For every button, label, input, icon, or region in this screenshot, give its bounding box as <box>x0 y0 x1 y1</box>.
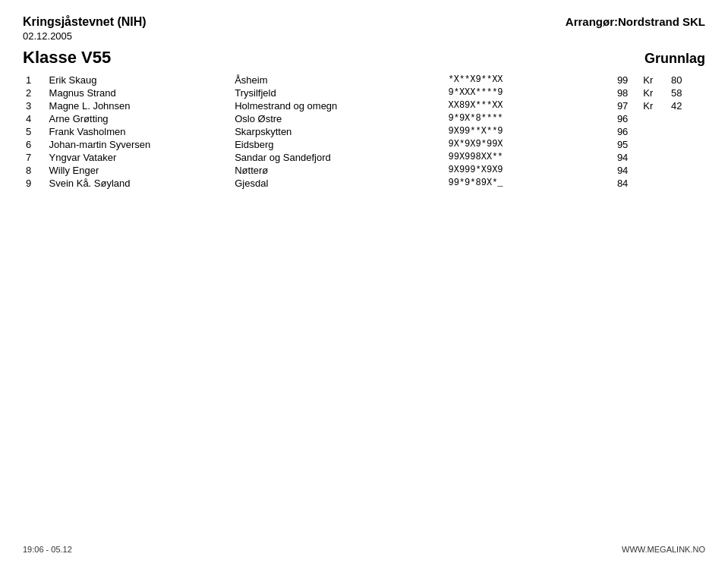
total-cell: 84 <box>594 177 640 190</box>
total-cell: 95 <box>594 138 640 151</box>
club-cell: Åsheim <box>232 74 445 86</box>
club-cell: Eidsberg <box>232 138 445 151</box>
table-row: 9Svein Kå. SøylandGjesdal99*9*89X*_84 <box>23 177 705 190</box>
table-row: 6Johan-martin SyversenEidsberg9X*9X9*99X… <box>23 138 705 151</box>
name-cell: Frank Vasholmen <box>46 125 232 138</box>
org-title: Kringsjåstevnet (NIH) <box>23 15 147 29</box>
rank-cell: 3 <box>23 99 46 112</box>
club-cell: Trysilfjeld <box>232 86 445 99</box>
club-cell: Sandar og Sandefjord <box>232 151 445 164</box>
rank-cell: 1 <box>23 74 46 86</box>
series-cell: 9X999*X9X9 <box>446 164 594 177</box>
rank-cell: 5 <box>23 125 46 138</box>
total-cell: 94 <box>594 164 640 177</box>
kr-value-cell <box>668 177 705 190</box>
arranger: Arrangør:Nordstrand SKL <box>566 15 705 28</box>
kr-value-cell <box>668 164 705 177</box>
rank-cell: 9 <box>23 177 46 190</box>
kr-label-cell <box>640 138 668 151</box>
page-footer: 19:06 - 05.12 WWW.MEGALINK.NO <box>23 545 705 554</box>
club-cell: Holmestrand og omegn <box>232 99 445 112</box>
rank-cell: 8 <box>23 164 46 177</box>
rank-cell: 6 <box>23 138 46 151</box>
arranger-name: Nordstrand SKL <box>618 15 705 28</box>
footer-website: WWW.MEGALINK.NO <box>622 545 705 554</box>
series-cell: 9X99**X**9 <box>446 125 594 138</box>
kr-value-cell <box>668 151 705 164</box>
page-header: Kringsjåstevnet (NIH) Arrangør:Nordstran… <box>23 15 705 29</box>
series-cell: *X**X9**XX <box>446 74 594 86</box>
kr-value-cell <box>668 125 705 138</box>
series-cell: 99X998XX** <box>446 151 594 164</box>
total-cell: 98 <box>594 86 640 99</box>
total-cell: 94 <box>594 151 640 164</box>
kr-label-cell: Kr <box>640 74 668 86</box>
name-cell: Willy Enger <box>46 164 232 177</box>
kr-value-cell <box>668 112 705 125</box>
arranger-label: Arrangør: <box>566 15 618 28</box>
kr-label-cell <box>640 112 668 125</box>
name-cell: Yngvar Vataker <box>46 151 232 164</box>
name-cell: Erik Skaug <box>46 74 232 86</box>
table-row: 7Yngvar VatakerSandar og Sandefjord99X99… <box>23 151 705 164</box>
rank-cell: 4 <box>23 112 46 125</box>
table-row: 1Erik SkaugÅsheim*X**X9**XX99Kr80 <box>23 74 705 86</box>
series-cell: 9X*9X9*99X <box>446 138 594 151</box>
kr-label-cell: Kr <box>640 86 668 99</box>
series-cell: 99*9*89X*_ <box>446 177 594 190</box>
name-cell: Svein Kå. Søyland <box>46 177 232 190</box>
grunnlag-label: Grunnlag <box>644 51 705 67</box>
table-row: 5Frank VasholmenSkarpskytten9X99**X**996 <box>23 125 705 138</box>
rank-cell: 2 <box>23 86 46 99</box>
club-cell: Skarpskytten <box>232 125 445 138</box>
kr-value-cell: 58 <box>668 86 705 99</box>
class-header: Klasse V55 Grunnlag <box>23 48 705 68</box>
footer-time: 19:06 - 05.12 <box>23 545 72 554</box>
table-row: 2Magnus StrandTrysilfjeld9*XXX****998Kr5… <box>23 86 705 99</box>
name-cell: Johan-martin Syversen <box>46 138 232 151</box>
total-cell: 96 <box>594 112 640 125</box>
kr-label-cell <box>640 177 668 190</box>
series-cell: 9*9X*8**** <box>446 112 594 125</box>
table-row: 3Magne L. JohnsenHolmestrand og omegnXX8… <box>23 99 705 112</box>
club-cell: Oslo Østre <box>232 112 445 125</box>
name-cell: Magnus Strand <box>46 86 232 99</box>
results-table: 1Erik SkaugÅsheim*X**X9**XX99Kr802Magnus… <box>23 74 705 190</box>
total-cell: 96 <box>594 125 640 138</box>
name-cell: Arne Grøtting <box>46 112 232 125</box>
series-cell: 9*XXX****9 <box>446 86 594 99</box>
total-cell: 97 <box>594 99 640 112</box>
date: 02.12.2005 <box>23 30 705 42</box>
table-row: 4Arne GrøttingOslo Østre9*9X*8****96 <box>23 112 705 125</box>
rank-cell: 7 <box>23 151 46 164</box>
club-cell: Nøtterø <box>232 164 445 177</box>
kr-label-cell <box>640 125 668 138</box>
table-row: 8Willy EngerNøtterø9X999*X9X994 <box>23 164 705 177</box>
kr-value-cell: 42 <box>668 99 705 112</box>
kr-value-cell: 80 <box>668 74 705 86</box>
class-title: Klasse V55 <box>23 48 111 68</box>
kr-label-cell <box>640 164 668 177</box>
kr-label-cell: Kr <box>640 99 668 112</box>
total-cell: 99 <box>594 74 640 86</box>
kr-value-cell <box>668 138 705 151</box>
name-cell: Magne L. Johnsen <box>46 99 232 112</box>
kr-label-cell <box>640 151 668 164</box>
club-cell: Gjesdal <box>232 177 445 190</box>
series-cell: XX89X***XX <box>446 99 594 112</box>
